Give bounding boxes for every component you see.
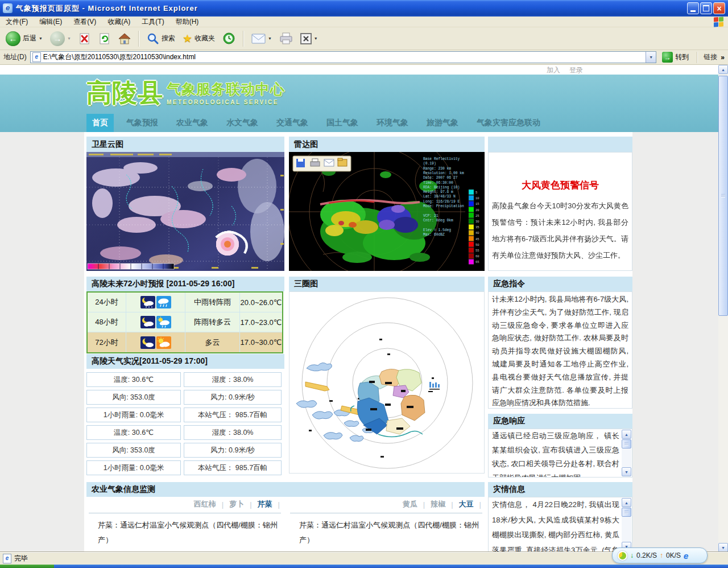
back-caret-icon[interactable]: ▼ <box>39 36 43 40</box>
command-panel-header: 应急指令 <box>488 277 632 291</box>
radar-image[interactable]: Base Reflectivity(0.19)Range: 230 kmReso… <box>289 152 485 271</box>
response-scrollbar[interactable]: ▲ ▼ <box>622 430 631 476</box>
main-scrollbar[interactable]: ▲ ▼ <box>718 65 728 552</box>
legend-swatch <box>469 236 474 241</box>
satellite-image[interactable] <box>86 152 284 271</box>
mail-button[interactable]: ▼ <box>249 32 274 45</box>
edit-button[interactable]: ▼ <box>298 32 320 46</box>
scroll-up-icon[interactable]: ▲ <box>718 65 728 74</box>
agri-tab[interactable]: 大豆 <box>459 499 474 509</box>
radar-info-line: VCP: 21 <box>423 214 439 218</box>
nav-item-7[interactable]: 旅游气象 <box>427 118 458 128</box>
scroll-thumb[interactable] <box>718 76 728 316</box>
close-button[interactable]: × <box>713 2 725 14</box>
download-speed: 0.2K/S <box>636 551 657 559</box>
net-speed-widget[interactable]: ↓ 0.2K/S ↑ 0K/S e <box>612 548 708 563</box>
minimize-button[interactable] <box>687 2 699 14</box>
go-label: 转到 <box>675 52 689 62</box>
back-button[interactable]: ← 后退 ▼ <box>3 30 45 47</box>
scroll-down-icon[interactable]: ▼ <box>718 543 728 552</box>
menu-edit[interactable]: 编辑(E) <box>39 17 62 27</box>
search-icon <box>147 32 159 45</box>
search-label: 搜索 <box>162 34 175 43</box>
nav-item-2[interactable]: 农业气象 <box>176 118 208 128</box>
forward-button[interactable]: → ▼ <box>48 30 73 47</box>
nav-item-6[interactable]: 环境气象 <box>377 118 408 128</box>
nav-item-5[interactable]: 国土气象 <box>326 118 358 128</box>
menu-file[interactable]: 文件(F) <box>6 17 28 27</box>
restore-button[interactable] <box>700 2 712 14</box>
agri-panel-header: 农业气象信息监测 <box>86 482 485 497</box>
agri-left-tabs: 西红柿|萝卜|芹菜| <box>86 497 283 512</box>
site-banner: 高陵县 气象服务联动中心 METEOROLOGICAL SERVICE 首页气象… <box>0 75 718 132</box>
disaster-title: 灾情信息 <box>493 484 525 495</box>
forecast-desc: 多云 <box>185 332 240 352</box>
scroll-up-icon[interactable]: ▲ <box>622 498 631 507</box>
refresh-icon <box>98 32 111 45</box>
refresh-button[interactable] <box>96 31 113 46</box>
nav-item-1[interactable]: 气象预报 <box>126 118 158 128</box>
radar-info-line: Elev = 1.5deg <box>423 228 451 232</box>
start-button-edge[interactable] <box>0 565 54 568</box>
nav-item-8[interactable]: 气象灾害应急联动 <box>477 118 540 128</box>
menu-favorites[interactable]: 收藏(A) <box>107 17 130 27</box>
menu-tools[interactable]: 工具(T) <box>142 17 164 27</box>
mail-icon <box>251 34 266 44</box>
legend-swatch <box>469 259 474 264</box>
top-strip: 加入 登录 <box>0 65 718 75</box>
site-logo: 高陵县 气象服务联动中心 METEOROLOGICAL SERVICE <box>86 79 285 106</box>
legend-value: 65 <box>475 260 479 264</box>
nav-item-4[interactable]: 交通气象 <box>276 118 308 128</box>
history-button[interactable] <box>220 31 238 46</box>
warning-panel-body: 大风黄色预警信号 高陵县气象台今天10时30分发布大风黄色预警信号：预计未来12… <box>488 152 632 271</box>
scroll-down-icon[interactable]: ▼ <box>622 467 631 476</box>
agri-tab[interactable]: 西红柿 <box>194 499 216 509</box>
go-button[interactable]: → 转到 <box>660 52 691 63</box>
agri-right-tabs: 黄瓜|辣椒|大豆| <box>288 497 485 512</box>
address-dropdown-icon[interactable]: ▼ <box>646 52 656 63</box>
menu-help[interactable]: 帮助(H) <box>176 17 199 27</box>
image-toolbar[interactable] <box>293 156 351 171</box>
agri-tab[interactable]: 辣椒 <box>431 499 445 509</box>
tab-separator: | <box>222 500 224 509</box>
three-circle-map[interactable] <box>289 291 485 474</box>
address-separator <box>697 52 698 63</box>
forecast-temp: 20.0~26.0℃ <box>240 293 282 312</box>
search-button[interactable]: 搜索 <box>144 31 177 46</box>
favorites-star-icon: ★ <box>183 33 192 44</box>
favorites-button[interactable]: ★ 收藏夹 <box>180 32 217 45</box>
go-arrow-icon: → <box>662 52 673 63</box>
login-link[interactable]: 登录 <box>569 65 583 75</box>
logo-english-text: METEOROLOGICAL SERVICE <box>167 99 285 105</box>
legend-swatch <box>469 207 474 212</box>
agri-tab[interactable]: 芹菜 <box>258 499 272 509</box>
home-button[interactable] <box>116 31 133 46</box>
tab-separator: | <box>250 500 251 509</box>
mini-bar-chart <box>428 382 440 392</box>
sun-cloud-icon <box>156 336 171 349</box>
links-chevron-icon[interactable]: » <box>721 53 725 61</box>
links-label[interactable]: 链接 <box>704 52 717 62</box>
edit-caret-icon[interactable]: ▼ <box>314 36 318 40</box>
stop-button[interactable] <box>76 31 93 46</box>
radar-info-line: Base Reflectivity <box>423 157 460 161</box>
forecast-icons <box>126 293 185 312</box>
address-input[interactable] <box>41 53 646 61</box>
nav-item-3[interactable]: 水文气象 <box>226 118 258 128</box>
logo-center-text: 气象服务联动中心 <box>167 81 285 97</box>
menu-view[interactable]: 查看(V) <box>73 17 96 27</box>
nav-item-0[interactable]: 首页 <box>86 114 114 132</box>
agri-tab[interactable]: 黄瓜 <box>403 499 417 509</box>
scroll-up-icon[interactable]: ▲ <box>622 430 631 439</box>
taskbar[interactable] <box>0 565 728 568</box>
three-circle-panel-header: 三圈图 <box>289 277 485 291</box>
forecast-title: 高陵未来72小时预报 [2011-05-29 16:00] <box>92 279 234 289</box>
print-button[interactable] <box>277 31 295 46</box>
join-link[interactable]: 加入 <box>547 65 560 75</box>
forecast-period: 72小时 <box>88 332 126 352</box>
response-title: 应急响应 <box>493 416 525 426</box>
disaster-scrollbar[interactable]: ▲ ▼ <box>622 498 631 551</box>
forward-icon: → <box>50 31 65 46</box>
agri-tab[interactable]: 萝卜 <box>229 499 244 509</box>
mail-caret-icon[interactable]: ▼ <box>268 36 272 40</box>
